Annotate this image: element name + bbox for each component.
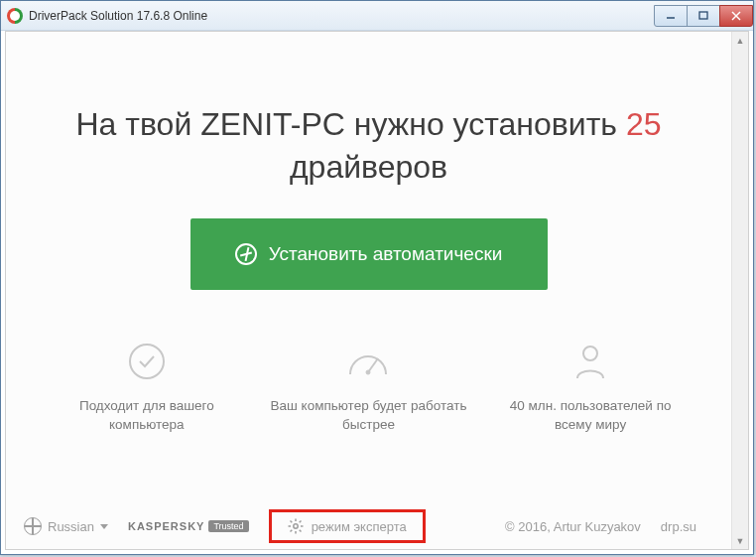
trusted-badge: Trusted bbox=[208, 520, 248, 532]
check-icon bbox=[125, 340, 169, 383]
chevron-down-icon bbox=[100, 524, 108, 529]
expert-mode-label: режим эксперта bbox=[312, 519, 407, 534]
globe-icon bbox=[235, 243, 257, 265]
svg-line-12 bbox=[290, 521, 292, 523]
globe-small-icon bbox=[24, 517, 42, 535]
scroll-down-button[interactable]: ▼ bbox=[732, 532, 748, 549]
headline: На твой ZENIT-PC нужно установить 25 дра… bbox=[6, 103, 731, 189]
close-button[interactable] bbox=[719, 5, 753, 27]
gauge-icon bbox=[346, 340, 390, 383]
svg-rect-1 bbox=[699, 12, 707, 19]
svg-point-7 bbox=[293, 524, 297, 528]
maximize-button[interactable] bbox=[687, 5, 720, 27]
install-automatically-button[interactable]: Установить автоматически bbox=[190, 218, 548, 290]
feature-text: Подходит для вашего компьютера bbox=[48, 397, 246, 435]
titlebar: DriverPack Solution 17.6.8 Online bbox=[1, 1, 753, 31]
headline-suffix: драйверов bbox=[290, 149, 447, 185]
minimize-button[interactable] bbox=[654, 5, 688, 27]
install-button-label: Установить автоматически bbox=[269, 243, 503, 265]
svg-line-4 bbox=[368, 358, 378, 372]
window-title: DriverPack Solution 17.6.8 Online bbox=[29, 9, 207, 23]
feature-users: 40 млн. пользователей по всему миру bbox=[491, 340, 690, 435]
svg-line-13 bbox=[299, 530, 301, 532]
svg-line-14 bbox=[290, 530, 292, 532]
language-label: Russian bbox=[48, 519, 94, 534]
app-icon bbox=[7, 8, 23, 24]
feature-text: 40 млн. пользователей по всему миру bbox=[491, 397, 690, 435]
footer: Russian KASPERSKY Trusted режим эксперта… bbox=[6, 503, 714, 549]
scroll-up-button[interactable]: ▲ bbox=[732, 32, 748, 49]
site-link[interactable]: drp.su bbox=[661, 519, 696, 534]
user-icon bbox=[568, 340, 612, 383]
svg-line-15 bbox=[299, 521, 301, 523]
svg-point-5 bbox=[366, 370, 370, 374]
content-area: ▲ ▼ На твой ZENIT-PC нужно установить 25… bbox=[5, 31, 749, 550]
footer-right: © 2016, Artur Kuzyakov drp.su bbox=[505, 519, 696, 534]
features-row: Подходит для вашего компьютера Ваш компь… bbox=[6, 340, 731, 435]
feature-faster: Ваш компьютер будет работать быстрее bbox=[269, 340, 467, 435]
app-window: DriverPack Solution 17.6.8 Online ▲ ▼ На… bbox=[0, 0, 754, 555]
window-controls bbox=[655, 5, 753, 27]
expert-mode-button[interactable]: режим эксперта bbox=[269, 509, 426, 543]
headline-prefix: На твой ZENIT-PC нужно установить bbox=[75, 106, 625, 142]
svg-point-6 bbox=[583, 347, 597, 360]
kaspersky-badge: KASPERSKY Trusted bbox=[128, 520, 249, 532]
language-selector[interactable]: Russian bbox=[24, 517, 108, 535]
gear-icon bbox=[288, 518, 304, 534]
kaspersky-text: KASPERSKY bbox=[128, 520, 204, 532]
main-panel: На твой ZENIT-PC нужно установить 25 дра… bbox=[6, 32, 731, 549]
feature-text: Ваш компьютер будет работать быстрее bbox=[269, 397, 467, 435]
vertical-scrollbar[interactable]: ▲ ▼ bbox=[731, 32, 748, 549]
driver-count: 25 bbox=[626, 106, 662, 142]
copyright-text: © 2016, Artur Kuzyakov bbox=[505, 519, 641, 534]
feature-compatible: Подходит для вашего компьютера bbox=[48, 340, 246, 435]
